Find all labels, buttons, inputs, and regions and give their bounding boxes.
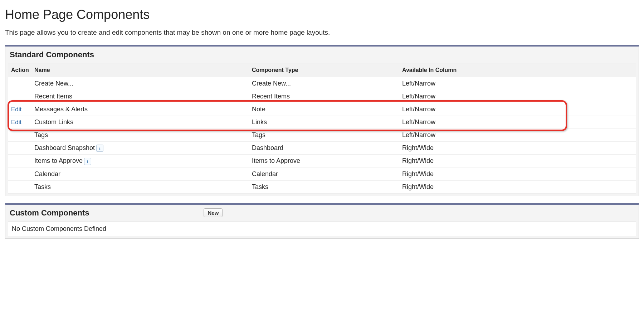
standard-components-table: Action Name Component Type Available In … — [8, 63, 636, 194]
table-row: TagsTagsLeft/Narrow — [8, 129, 636, 142]
component-name: Items to Approve — [34, 157, 83, 164]
page-title: Home Page Components — [5, 7, 639, 22]
col-name: Name — [31, 63, 249, 77]
component-type: Tags — [249, 129, 399, 142]
component-name: Tasks — [34, 183, 51, 190]
component-available: Left/Narrow — [399, 103, 636, 116]
component-type: Recent Items — [249, 90, 399, 103]
col-available: Available In Column — [399, 63, 636, 77]
component-type: Links — [249, 116, 399, 129]
custom-components-section: Custom Components New No Custom Componen… — [5, 203, 639, 239]
table-row: CalendarCalendarRight/Wide — [8, 168, 636, 180]
col-action: Action — [8, 63, 31, 77]
component-type: Calendar — [249, 168, 399, 180]
table-row: TasksTasksRight/Wide — [8, 180, 636, 193]
info-icon[interactable]: i — [96, 145, 103, 152]
component-type: Note — [249, 103, 399, 116]
new-button[interactable]: New — [204, 208, 223, 217]
component-available: Right/Wide — [399, 142, 636, 155]
standard-components-section: Standard Components Action Name Componen… — [5, 45, 639, 196]
table-row: EditCustom LinksLinksLeft/Narrow — [8, 116, 636, 129]
component-type: Items to Approve — [249, 155, 399, 168]
component-available: Right/Wide — [399, 180, 636, 193]
table-row: Items to ApproveiItems to ApproveRight/W… — [8, 155, 636, 168]
component-available: Left/Narrow — [399, 116, 636, 129]
component-available: Right/Wide — [399, 155, 636, 168]
component-name: Calendar — [34, 170, 60, 178]
col-type: Component Type — [249, 63, 399, 77]
component-name: Custom Links — [34, 118, 73, 126]
custom-components-empty: No Custom Components Defined — [8, 221, 636, 236]
custom-components-title: Custom Components — [10, 208, 89, 218]
component-type: Dashboard — [249, 142, 399, 155]
component-available: Left/Narrow — [399, 77, 636, 90]
component-name: Messages & Alerts — [34, 106, 88, 113]
component-type: Tasks — [249, 180, 399, 193]
component-available: Right/Wide — [399, 168, 636, 180]
standard-components-title: Standard Components — [10, 50, 94, 59]
component-name: Recent Items — [34, 93, 72, 100]
table-row: Recent ItemsRecent ItemsLeft/Narrow — [8, 90, 636, 103]
component-available: Left/Narrow — [399, 90, 636, 103]
table-row: EditMessages & AlertsNoteLeft/Narrow — [8, 103, 636, 116]
table-header-row: Action Name Component Type Available In … — [8, 63, 636, 77]
component-name: Dashboard Snapshot — [34, 144, 95, 151]
component-name: Create New... — [34, 80, 73, 87]
component-name: Tags — [34, 131, 48, 139]
info-icon[interactable]: i — [84, 158, 91, 165]
page-description: This page allows you to create and edit … — [5, 29, 639, 37]
table-row: Dashboard SnapshotiDashboardRight/Wide — [8, 142, 636, 155]
edit-link[interactable]: Edit — [11, 119, 21, 126]
component-available: Left/Narrow — [399, 129, 636, 142]
component-type: Create New... — [249, 77, 399, 90]
table-row: Create New...Create New...Left/Narrow — [8, 77, 636, 90]
edit-link[interactable]: Edit — [11, 106, 21, 113]
